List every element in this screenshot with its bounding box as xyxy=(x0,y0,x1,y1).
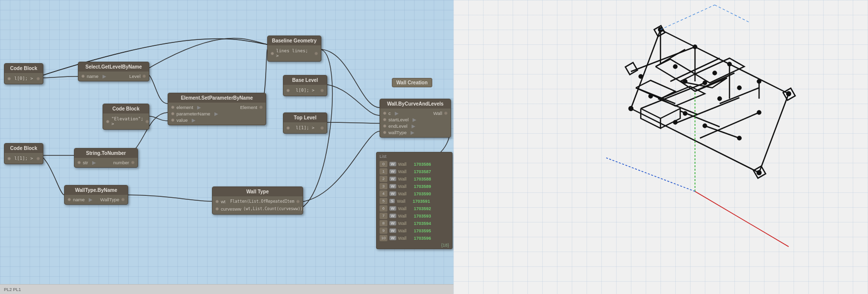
list-item-index: 7 xyxy=(380,213,387,219)
list-item-index: 8 xyxy=(380,220,387,226)
list-item-type: Wall xyxy=(398,177,412,182)
list-item-index: 5 xyxy=(380,198,387,204)
element-set-param-node[interactable]: Element.SetParameterByName element ▶ Ele… xyxy=(168,93,266,125)
3d-viewport-svg xyxy=(453,0,868,294)
element-set-param-input xyxy=(171,112,174,115)
wall-type-curves-label: curvesww xyxy=(221,206,242,212)
svg-point-23 xyxy=(757,171,761,175)
wall-type-output xyxy=(296,200,300,203)
list-item-type: Wall xyxy=(398,214,412,219)
top-level-code: l[1]; > xyxy=(294,124,316,131)
wall-by-curve-node[interactable]: Wall.ByCurveAndLevels c ▶ Wall startLeve… xyxy=(380,99,451,138)
svg-point-30 xyxy=(639,75,643,78)
code-block-3-node[interactable]: Code Block l[1]; > xyxy=(4,143,43,164)
top-level-node[interactable]: Top Level l[1]; > xyxy=(283,112,327,134)
svg-point-40 xyxy=(738,137,741,140)
list-item: 5 S Wall 1703591 xyxy=(377,197,452,205)
list-item-id: 1703591 xyxy=(413,199,430,204)
code-block-2-output xyxy=(145,120,149,123)
list-item-type: Wall xyxy=(398,169,412,174)
svg-line-43 xyxy=(606,158,695,191)
list-item-id: 1703592 xyxy=(414,206,431,211)
svg-point-37 xyxy=(758,111,761,114)
list-item: 1 W Wall 1703587 xyxy=(377,168,452,175)
walltype-byname-input xyxy=(68,198,71,201)
list-item-id: 1703594 xyxy=(414,221,431,226)
list-item-type: Wall xyxy=(398,206,412,211)
list-item-index: 1 xyxy=(380,168,387,175)
wall-by-curve-walltype-label: wallType xyxy=(388,130,407,135)
element-set-value-label: value xyxy=(176,117,188,123)
wall-type-curves-input xyxy=(215,207,219,211)
code-block-3-output xyxy=(36,157,40,160)
list-item: 2 W Wall 1703588 xyxy=(377,175,452,183)
list-item-index: 3 xyxy=(380,183,387,189)
svg-point-29 xyxy=(674,65,677,69)
list-item-type: Wall xyxy=(398,228,412,233)
walltype-byname-node[interactable]: WallType.ByName name ▶ WallType xyxy=(64,185,128,205)
list-item-badge: W xyxy=(389,228,396,233)
list-output-node[interactable]: List 0 W Wall 1703586 1 W Wall 1703587 2… xyxy=(376,152,452,249)
list-item: 3 W Wall 1703589 xyxy=(377,183,452,190)
list-item: 9 W Wall 1703595 xyxy=(377,227,452,234)
list-item: 10 W Wall 1703596 xyxy=(377,234,452,242)
base-level-output xyxy=(320,89,324,92)
code-block-3-header: Code Block xyxy=(4,144,43,153)
list-item-index: 0 xyxy=(380,161,387,167)
svg-line-45 xyxy=(715,5,749,22)
list-item-id: 1703586 xyxy=(414,162,431,167)
list-footer: {18} xyxy=(377,242,452,249)
svg-point-32 xyxy=(684,112,687,115)
list-item-index: 9 xyxy=(380,227,387,234)
code-block-2-node[interactable]: Code Block "Elevation"; > xyxy=(103,104,149,130)
wall-by-curve-start-label: startLevel xyxy=(388,117,409,122)
list-item-badge: W xyxy=(389,184,396,188)
walltype-byname-out-label: WallType xyxy=(100,197,119,202)
string-to-number-str-label: str xyxy=(83,160,88,165)
list-output-header: List xyxy=(377,152,452,160)
baseline-geometry-node[interactable]: Baseline Geometry lines lines; > xyxy=(267,36,321,62)
base-level-node[interactable]: Base Level l[0]; > xyxy=(283,75,327,96)
list-item-badge: S xyxy=(389,199,395,203)
element-set-element-output xyxy=(259,106,263,109)
baseline-geo-code: lines lines; > xyxy=(274,47,314,59)
code-block-2-code: "Elevation"; > xyxy=(109,115,145,127)
wall-type-node[interactable]: Wall Type wt Flatten(List.OfRepeatedItem… xyxy=(212,186,303,215)
select-level-output xyxy=(142,74,146,78)
svg-point-27 xyxy=(758,80,761,83)
string-to-number-node[interactable]: String.ToNumber str ▶ number xyxy=(74,148,138,168)
wall-by-curve-end-label: endLevel xyxy=(388,123,408,129)
element-set-value-input xyxy=(171,118,174,122)
walltype-byname-name-label: name xyxy=(73,197,85,202)
code-block-1-header: Code Block xyxy=(4,64,43,73)
list-item: 6 W Wall 1703592 xyxy=(377,205,452,212)
wall-by-curve-walltype-input xyxy=(383,131,386,134)
code-block-2-input xyxy=(106,120,109,123)
walltype-byname-output xyxy=(121,198,125,201)
connections-svg xyxy=(0,0,453,294)
element-set-param-label: parameterName xyxy=(176,111,210,116)
top-level-input xyxy=(286,126,290,130)
svg-line-12 xyxy=(720,88,759,104)
wall-type-code: Flatten(List.OfRepeatedItem xyxy=(226,198,297,205)
svg-point-36 xyxy=(738,86,741,90)
svg-point-24 xyxy=(629,107,633,110)
wall-creation-label: Wall Creation xyxy=(392,78,432,87)
list-item-badge: W xyxy=(389,236,396,240)
code-block-1-output-port xyxy=(36,77,40,80)
code-block-1-node[interactable]: Code Block l[0]; > xyxy=(4,63,43,84)
3d-viewport-panel[interactable] xyxy=(453,0,868,294)
list-item-type: Wall xyxy=(398,221,412,226)
svg-point-28 xyxy=(703,81,707,85)
list-item-id: 1703587 xyxy=(414,169,431,174)
list-item-index: 2 xyxy=(380,176,387,182)
select-get-level-header: Select.GetLevelByName xyxy=(78,62,149,72)
string-to-number-out-label: number xyxy=(113,160,129,165)
wall-type-code2: (wt,List.Count(curvesww)); xyxy=(242,206,307,212)
svg-point-35 xyxy=(713,72,717,75)
select-get-level-node[interactable]: Select.GetLevelByName name ▶ Level xyxy=(78,62,149,81)
svg-line-16 xyxy=(705,126,739,138)
select-level-label: Level xyxy=(129,74,140,79)
svg-line-44 xyxy=(660,5,715,30)
node-graph-panel[interactable]: Code Block l[0]; > Select.GetLevelByName… xyxy=(0,0,453,294)
